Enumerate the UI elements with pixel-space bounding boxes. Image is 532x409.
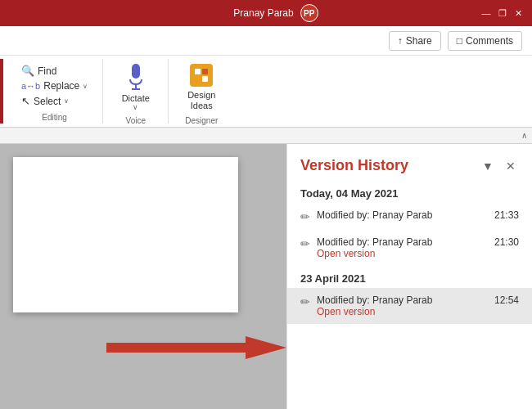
version-entry-content: Modified by: Pranay Parab	[317, 209, 519, 221]
avatar: PP	[300, 4, 318, 22]
version-entry-user: Modified by: Pranay Parab	[317, 209, 519, 221]
voice-section-label: Voice	[110, 115, 161, 125]
svg-rect-0	[195, 69, 201, 74]
design-ideas-icon	[190, 64, 213, 87]
main-area: Version History ▼ ✕ Today, 04 May 2021 ✏…	[0, 144, 532, 409]
find-icon: 🔍	[21, 65, 34, 77]
ribbon-designer-section: DesignIdeas Designer	[169, 59, 234, 124]
version-history-panel: Version History ▼ ✕ Today, 04 May 2021 ✏…	[286, 144, 532, 409]
pencil-icon: ✏	[300, 237, 310, 250]
version-entry-time: 12:54	[494, 294, 519, 306]
replace-label: Replace	[43, 80, 79, 92]
replace-button[interactable]: a↔b Replace ∨	[20, 79, 89, 92]
version-entry[interactable]: ✏ Modified by: Pranay Parab Open version…	[287, 230, 532, 266]
version-entry-selected[interactable]: ✏ Modified by: Pranay Parab Open version…	[287, 288, 532, 324]
user-name: Pranay Parab	[233, 7, 293, 19]
version-date-april: 23 April 2021	[287, 266, 532, 288]
svg-rect-1	[202, 69, 208, 74]
share-button[interactable]: ↑ Share	[389, 31, 441, 51]
version-panel-controls: ▼ ✕	[480, 158, 519, 174]
ribbon-editing-section: 🔍 Find a↔b Replace ∨ ↖ Select ∨ Editing	[7, 59, 103, 124]
design-ideas-button[interactable]: DesignIdeas	[184, 61, 219, 115]
pencil-icon: ✏	[300, 295, 310, 308]
version-date-today: Today, 04 May 2021	[287, 181, 532, 203]
dictate-dropdown-icon: ∨	[133, 103, 138, 111]
version-panel-close-button[interactable]: ✕	[503, 158, 519, 174]
comments-button[interactable]: □ Comments	[448, 31, 522, 51]
action-bar: ↑ Share □ Comments	[0, 26, 532, 56]
minimize-button[interactable]: —	[480, 7, 493, 20]
ribbon: 🔍 Find a↔b Replace ∨ ↖ Select ∨ Editing	[0, 56, 532, 128]
select-button[interactable]: ↖ Select ∨	[20, 94, 89, 108]
replace-icon: a↔b	[21, 81, 40, 91]
version-panel-header: Version History ▼ ✕	[287, 144, 532, 181]
svg-marker-4	[106, 336, 286, 359]
microphone-icon	[129, 64, 142, 90]
select-label: Select	[34, 96, 61, 107]
find-button[interactable]: 🔍 Find	[20, 64, 89, 78]
version-entry-time: 21:33	[494, 209, 519, 221]
title-bar: Pranay Parab PP — ❐ ✕	[0, 0, 532, 26]
design-ideas-label: DesignIdeas	[187, 90, 215, 111]
ruler-collapse-button[interactable]: ∧	[516, 128, 532, 143]
svg-rect-2	[195, 76, 201, 82]
version-panel-collapse-button[interactable]: ▼	[480, 158, 496, 174]
open-version-link-1[interactable]: Open version	[317, 248, 375, 259]
version-entry-user: Modified by: Pranay Parab	[317, 294, 519, 306]
comment-icon: □	[457, 35, 462, 47]
svg-rect-3	[202, 76, 208, 82]
share-icon: ↑	[398, 35, 403, 47]
dictate-label: Dictate	[122, 93, 150, 103]
arrow-indicator	[106, 331, 286, 364]
find-label: Find	[38, 65, 56, 77]
version-entry-content: Modified by: Pranay Parab Open version	[317, 236, 519, 259]
close-button[interactable]: ✕	[512, 7, 525, 20]
ribbon-accent	[0, 59, 3, 124]
pencil-icon: ✏	[300, 210, 310, 223]
version-history-title: Version History	[300, 157, 408, 174]
editing-section-label: Editing	[13, 111, 96, 122]
open-version-link-2[interactable]: Open version	[317, 306, 375, 317]
arrow-svg	[106, 331, 286, 364]
select-icon: ↖	[21, 95, 30, 107]
replace-dropdown-icon: ∨	[83, 83, 88, 90]
window-controls[interactable]: — ❐ ✕	[480, 7, 525, 20]
title-bar-center: Pranay Parab PP	[233, 4, 318, 22]
select-dropdown-icon: ∨	[64, 97, 69, 105]
slide-area	[0, 144, 286, 409]
restore-button[interactable]: ❐	[496, 7, 509, 20]
ruler-strip: ∧	[0, 128, 532, 144]
ribbon-voice-section: Dictate ∨ Voice	[103, 59, 169, 124]
dictate-button[interactable]: Dictate ∨	[119, 61, 153, 115]
version-entry-user: Modified by: Pranay Parab	[317, 236, 519, 248]
designer-section-label: Designer	[175, 115, 228, 125]
version-entry-time: 21:30	[494, 236, 519, 248]
editing-group: 🔍 Find a↔b Replace ∨ ↖ Select ∨	[13, 61, 96, 111]
version-entry-content: Modified by: Pranay Parab Open version	[317, 294, 519, 317]
version-entry[interactable]: ✏ Modified by: Pranay Parab 21:33	[287, 203, 532, 230]
slide-thumbnail	[13, 157, 238, 312]
